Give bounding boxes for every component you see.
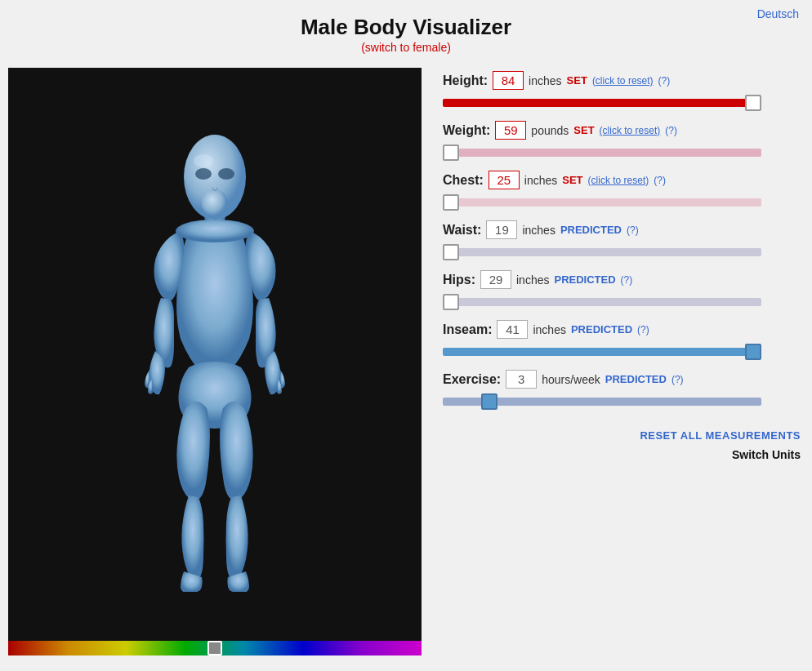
inseam-row: Inseam: 41 inches PREDICTED (?) — [443, 320, 804, 360]
height-slider-track[interactable] — [443, 99, 761, 107]
inseam-slider-container — [443, 344, 761, 360]
exercise-slider-thumb[interactable] — [481, 393, 497, 410]
weight-value[interactable]: 59 — [495, 121, 526, 140]
exercise-row: Exercise: 3 hours/week PREDICTED (?) — [443, 370, 804, 410]
chest-slider-container — [443, 194, 761, 211]
inseam-slider-track[interactable] — [443, 348, 761, 356]
height-value[interactable]: 84 — [493, 71, 524, 90]
chest-row: Chest: 25 inches SET (click to reset) (?… — [443, 171, 804, 211]
controls-panel: Height: 84 inches SET (click to reset) (… — [435, 68, 804, 655]
exercise-value[interactable]: 3 — [506, 370, 537, 389]
exercise-slider-container — [443, 393, 761, 410]
inseam-label: Inseam: — [443, 322, 492, 337]
hips-label: Hips: — [443, 273, 475, 287]
svg-point-5 — [195, 168, 212, 180]
svg-point-3 — [202, 189, 228, 219]
waist-slider-thumb[interactable] — [443, 244, 459, 260]
reset-all-button[interactable]: RESET ALL MEASUREMENTS — [640, 429, 801, 442]
height-reset[interactable]: (click to reset) — [592, 75, 654, 87]
hips-value[interactable]: 29 — [480, 270, 511, 289]
svg-point-6 — [218, 168, 234, 180]
waist-help[interactable]: (?) — [627, 224, 639, 236]
height-unit: inches — [529, 74, 561, 87]
weight-reset[interactable]: (click to reset) — [600, 125, 661, 136]
color-bar-thumb[interactable] — [207, 641, 222, 655]
chest-label: Chest: — [443, 173, 484, 188]
weight-row: Weight: 59 pounds SET (click to reset) (… — [443, 121, 804, 161]
chest-slider-thumb[interactable] — [443, 194, 459, 211]
inseam-slider-thumb[interactable] — [745, 344, 761, 360]
waist-row: Waist: 19 inches PREDICTED (?) — [443, 220, 804, 260]
chest-help[interactable]: (?) — [654, 175, 666, 186]
height-slider-container — [443, 95, 761, 111]
chest-value[interactable]: 25 — [489, 171, 520, 189]
exercise-predicted: PREDICTED — [605, 373, 667, 385]
weight-help[interactable]: (?) — [665, 125, 677, 136]
body-model-svg — [92, 118, 337, 592]
height-slider-thumb[interactable] — [745, 95, 761, 111]
switch-gender-link[interactable]: (switch to female) — [361, 41, 451, 54]
chest-set[interactable]: SET — [562, 174, 582, 186]
svg-point-7 — [194, 154, 213, 167]
model-panel — [8, 68, 422, 655]
exercise-unit: hours/week — [542, 373, 600, 386]
inseam-unit: inches — [533, 323, 565, 336]
waist-value[interactable]: 19 — [486, 220, 517, 239]
height-row: Height: 84 inches SET (click to reset) (… — [443, 71, 804, 111]
bottom-actions: RESET ALL MEASUREMENTS Switch Units — [443, 429, 804, 461]
exercise-help[interactable]: (?) — [671, 374, 684, 385]
hips-row: Hips: 29 inches PREDICTED (?) — [443, 270, 804, 310]
page-header: Male Body Visualizer (switch to female) — [0, 0, 812, 60]
hips-unit: inches — [516, 273, 549, 287]
weight-set[interactable]: SET — [573, 124, 594, 136]
waist-slider-container — [443, 244, 761, 260]
waist-unit: inches — [522, 224, 555, 237]
color-spectrum-bar[interactable] — [8, 641, 422, 655]
hips-slider-track[interactable] — [443, 298, 761, 306]
main-content: Height: 84 inches SET (click to reset) (… — [0, 60, 812, 664]
height-set[interactable]: SET — [567, 74, 587, 87]
exercise-label: Exercise: — [443, 372, 501, 387]
inseam-predicted: PREDICTED — [571, 323, 632, 336]
exercise-slider-track[interactable] — [443, 398, 761, 406]
language-link[interactable]: Deutsch — [757, 7, 799, 20]
chest-unit: inches — [524, 174, 557, 187]
weight-unit: pounds — [531, 124, 569, 137]
waist-label: Waist: — [443, 223, 481, 238]
svg-point-4 — [176, 220, 254, 242]
weight-label: Weight: — [443, 123, 490, 138]
waist-slider-track[interactable] — [443, 248, 761, 256]
hips-predicted: PREDICTED — [554, 273, 615, 286]
height-help[interactable]: (?) — [658, 75, 671, 87]
hips-slider-thumb[interactable] — [443, 294, 459, 310]
chest-slider-track[interactable] — [443, 198, 761, 207]
hips-slider-container — [443, 294, 761, 310]
inseam-help[interactable]: (?) — [637, 324, 649, 336]
weight-slider-container — [443, 144, 761, 161]
waist-predicted: PREDICTED — [560, 224, 622, 236]
page-title: Male Body Visualizer — [0, 15, 812, 40]
inseam-value[interactable]: 41 — [497, 320, 528, 339]
model-figure — [8, 69, 422, 641]
chest-reset[interactable]: (click to reset) — [588, 175, 649, 186]
weight-slider-track[interactable] — [443, 149, 761, 157]
switch-units-button[interactable]: Switch Units — [732, 448, 801, 461]
hips-help[interactable]: (?) — [621, 274, 633, 286]
height-label: Height: — [443, 73, 488, 88]
weight-slider-thumb[interactable] — [443, 144, 459, 161]
